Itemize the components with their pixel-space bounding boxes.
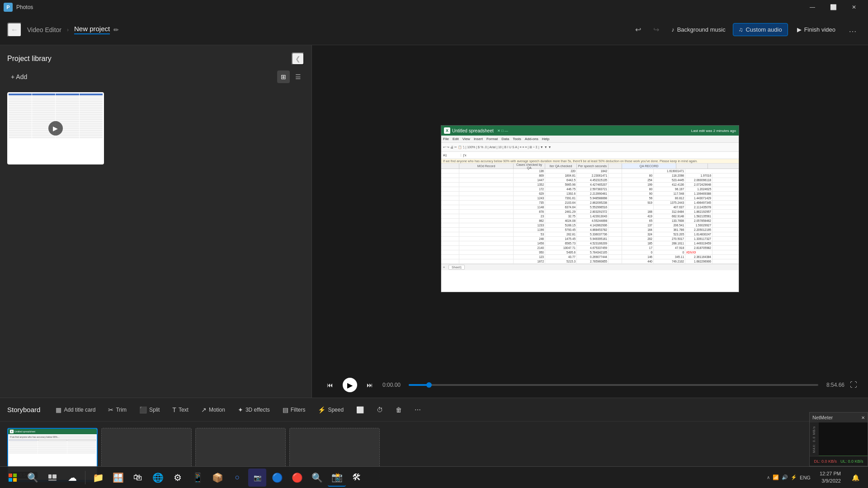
taskbar-windows-icon[interactable]: 🪟: [109, 469, 127, 487]
3d-effects-button[interactable]: ✦ 3D effects: [233, 404, 274, 416]
trim-button[interactable]: ✂ Trim: [104, 404, 131, 416]
col-header-h: [708, 164, 739, 169]
taskbar-edge-icon[interactable]: 🌐: [149, 469, 167, 487]
toolbar: ← Video Editor › New project ✏ ↩ ↪ ♪ Bac…: [0, 14, 868, 45]
add-title-card-button[interactable]: ▦ Add title card: [51, 404, 100, 416]
rewind-button[interactable]: ⏮: [323, 378, 337, 392]
menu-edit[interactable]: Edit: [453, 137, 459, 141]
table-row: 11965793.454.868453782164361.7862.205012…: [441, 228, 739, 232]
menu-help[interactable]: Help: [542, 137, 549, 141]
collapse-library-button[interactable]: ❮: [292, 52, 304, 65]
table-row: 8091804.812.2306147180118.20981.97016: [441, 174, 739, 178]
add-sheet-icon[interactable]: +: [443, 266, 445, 269]
menu-file[interactable]: File: [443, 137, 449, 141]
finish-video-label: Finish video: [804, 26, 835, 33]
back-button[interactable]: ←: [7, 23, 22, 37]
taskbar-tool-icon[interactable]: 🛠: [348, 469, 366, 487]
app-name: Video Editor: [27, 26, 61, 33]
col-header-b: Cases checked by QA: [514, 164, 545, 169]
redo-button[interactable]: ↪: [648, 22, 664, 38]
menu-insert[interactable]: Insert: [474, 137, 483, 141]
tray-chevron[interactable]: ∧: [767, 475, 770, 480]
taskbar-phone-icon[interactable]: 📱: [189, 469, 207, 487]
taskbar-photos-icon[interactable]: 📷: [248, 469, 266, 487]
timer-icon: ⏱: [377, 406, 383, 413]
task-view-button[interactable]: [43, 469, 61, 487]
crop-button[interactable]: ⬜: [352, 404, 368, 416]
clock[interactable]: 12:27 PM 3/9/2022: [816, 470, 844, 484]
taskbar-browser2-icon[interactable]: 🔴: [288, 469, 306, 487]
edit-project-name-icon[interactable]: ✏: [113, 26, 119, 33]
taskbar-settings-icon[interactable]: ⚙: [169, 469, 187, 487]
sheet-tab[interactable]: Sheet1: [448, 265, 465, 270]
storyboard-title: Storyboard: [7, 406, 40, 413]
netmeter-close-button[interactable]: ✕: [861, 415, 865, 420]
netmeter-y-label: MAX: 0.0 MB/s: [810, 422, 819, 456]
col-header-a: MOd Record: [459, 164, 514, 169]
library-header: Project library ❮: [7, 52, 304, 65]
list-view-button[interactable]: ☰: [292, 70, 304, 83]
table-row: 6291392.62.21399046190117.5481.199469388: [441, 192, 739, 196]
svg-rect-2: [9, 478, 12, 482]
media-item[interactable]: ▶: [7, 92, 104, 164]
search-button[interactable]: 🔍: [24, 469, 42, 487]
clock-time: 12:27 PM: [820, 470, 841, 477]
more-options-button[interactable]: …: [844, 22, 861, 38]
widgets-button[interactable]: ☁: [63, 469, 81, 487]
taskbar-app2-icon[interactable]: 🔵: [268, 469, 286, 487]
ss-bottom-bar: + Sheet1: [441, 264, 739, 270]
preview-content: X Untitled spreadsheet ✕ □ — Last edit w…: [312, 45, 868, 372]
tray-volume-icon[interactable]: 🔊: [782, 474, 788, 480]
maximize-button[interactable]: ⬜: [823, 0, 844, 14]
background-music-button[interactable]: ♪ Background music: [666, 23, 731, 36]
ss-last-edit: Last edit was 2 minutes ago: [691, 129, 736, 133]
add-media-button[interactable]: + Add: [7, 71, 31, 82]
taskbar-chrome-icon[interactable]: ○: [228, 469, 246, 487]
filters-button[interactable]: ▤ Filters: [278, 404, 310, 416]
more-storyboard-button[interactable]: ⋯: [410, 404, 425, 416]
taskbar-right: ∧ 📶 🔊 ⚡ ENG 12:27 PM 3/9/2022 🔔: [763, 469, 864, 487]
timeline-thumb[interactable]: [426, 382, 432, 388]
menu-format[interactable]: Format: [486, 137, 498, 141]
notification-button[interactable]: 🔔: [846, 469, 864, 487]
menu-view[interactable]: View: [462, 137, 470, 141]
taskbar-ms-store-icon[interactable]: 🛍: [129, 469, 147, 487]
app-icon: P: [4, 3, 13, 12]
fast-forward-button[interactable]: ⏭: [363, 378, 377, 392]
split-button[interactable]: ⬛ Split: [135, 404, 164, 416]
motion-button[interactable]: ↗ Motion: [197, 404, 230, 416]
close-button[interactable]: ✕: [844, 0, 864, 14]
col-header-d: Per speech seconds: [577, 164, 609, 169]
finish-video-button[interactable]: ▶ Finish video: [790, 23, 843, 36]
fullscreen-button[interactable]: ⛶: [850, 381, 857, 389]
table-row: 13622018421.619001471: [441, 169, 739, 174]
timer-button[interactable]: ⏱: [372, 404, 387, 416]
taskbar-magnify-icon[interactable]: 🔍: [308, 469, 326, 487]
speed-label: Speed: [328, 407, 344, 413]
custom-audio-button[interactable]: ♫ Custom audio: [733, 23, 788, 36]
split-label: Split: [149, 407, 160, 413]
start-button[interactable]: [4, 469, 22, 487]
play-button[interactable]: ▶: [343, 378, 357, 392]
taskbar-photos2-icon[interactable]: 📸: [328, 469, 346, 487]
grid-view-button[interactable]: ⊞: [277, 70, 290, 83]
taskbar-explorer-icon[interactable]: 📁: [89, 469, 107, 487]
undo-button[interactable]: ↩: [630, 22, 646, 38]
speed-button[interactable]: ⚡ Speed: [313, 404, 348, 416]
menu-data[interactable]: Data: [501, 137, 509, 141]
media-grid: ▶: [7, 92, 304, 164]
table-row: 11486374.645.552996516407.6372.111435078: [441, 205, 739, 210]
minimize-button[interactable]: —: [802, 0, 823, 14]
text-button[interactable]: T Text: [168, 404, 193, 416]
trim-label: Trim: [116, 407, 127, 413]
menu-tools[interactable]: Tools: [513, 137, 521, 141]
taskbar-dropbox-icon[interactable]: 📦: [208, 469, 226, 487]
add-title-card-icon: ▦: [56, 406, 61, 413]
ss-toolbar: ↩ ↪ 🖨 ✂ 📋 ⤵ | 100% | $ % .0 | Arial | 10…: [441, 143, 739, 152]
table-row: 18725215.32.785960855440749.21021.682296…: [441, 259, 739, 264]
delete-clip-button[interactable]: 🗑: [391, 404, 406, 416]
svg-rect-5: [52, 474, 57, 479]
timeline-track[interactable]: [409, 384, 818, 386]
table-row: 2332.751.423913043419662.91481.582135561: [441, 214, 739, 219]
menu-addons[interactable]: Add-ons: [525, 137, 538, 141]
